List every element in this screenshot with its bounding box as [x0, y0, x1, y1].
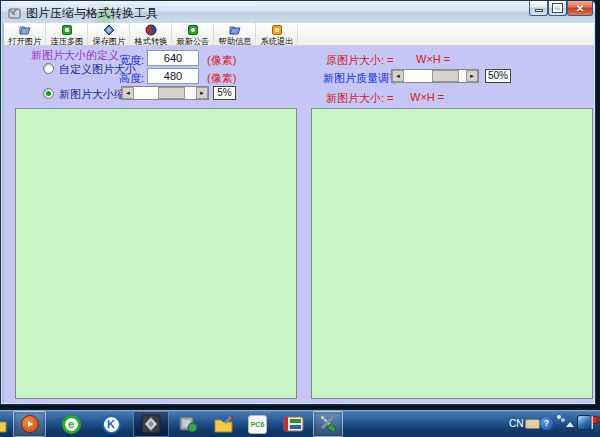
save-image-icon	[103, 24, 115, 36]
announcement-button[interactable]: 最新公告	[172, 23, 214, 46]
tray-expand-icon[interactable]	[566, 422, 574, 427]
new-size-value: W×H =	[410, 91, 444, 103]
k-circle-icon: K	[102, 415, 121, 434]
batch-compress-icon	[61, 24, 73, 36]
width-unit-label: (像素)	[207, 53, 236, 68]
batch-compress-button[interactable]: 连压多图	[46, 23, 88, 46]
toolbar-label: 系统退出	[260, 36, 293, 45]
height-input[interactable]	[147, 68, 199, 84]
taskbar-hardware-button[interactable]	[171, 411, 205, 437]
maximize-icon	[553, 4, 562, 12]
tray-blue-app-icon[interactable]	[577, 415, 592, 430]
exit-button[interactable]: 系统退出	[256, 23, 298, 46]
announcement-icon	[187, 24, 199, 36]
help-info-icon	[229, 24, 241, 36]
size-group-title: 新图片大小的定义	[31, 48, 119, 63]
scroll-right-arrow-icon[interactable]: ►	[196, 87, 208, 99]
help-info-button[interactable]: 帮助信息	[214, 23, 256, 46]
action-center-flag-icon[interactable]	[591, 415, 600, 429]
clipped-folder-icon	[0, 416, 7, 433]
toolbar-label: 连压多图	[50, 36, 83, 45]
taskbar-book-button[interactable]	[276, 411, 310, 437]
toolbar-label: 保存图片	[92, 36, 125, 45]
scale-slider-track[interactable]	[134, 87, 196, 99]
taskbar-browser-button[interactable]: e	[53, 411, 89, 437]
toolbar-label: 打开图片	[8, 36, 41, 45]
scale-slider-thumb[interactable]	[158, 87, 185, 99]
quality-slider[interactable]: ◄ ►	[391, 69, 479, 83]
close-icon: ✕	[576, 2, 584, 15]
media-play-icon	[21, 415, 39, 433]
browser-e-icon: e	[62, 415, 81, 434]
scale-ratio-radio[interactable]	[43, 88, 54, 99]
taskbar-k-app-button[interactable]: K	[93, 411, 129, 437]
custom-size-radio[interactable]	[43, 63, 54, 74]
open-image-button[interactable]: 打开图片	[4, 23, 46, 46]
keyboard-layout-icon[interactable]	[525, 419, 540, 429]
source-image-panel	[15, 108, 297, 399]
scroll-right-arrow-icon[interactable]: ►	[466, 70, 478, 82]
folder-pen-icon	[213, 414, 235, 434]
exit-icon	[271, 24, 283, 36]
language-indicator[interactable]: CN	[509, 418, 523, 429]
height-label: 高度:	[119, 71, 144, 86]
toolbar-label: 格式转换	[134, 36, 167, 45]
pc6-label: PC6	[251, 421, 265, 428]
taskbar-folder-pen-button[interactable]	[206, 411, 241, 437]
desktop: 图片压缩与格式转换工具 ✕ 打开图片	[0, 0, 600, 437]
quality-slider-track[interactable]	[404, 70, 466, 82]
height-unit-label: (像素)	[207, 71, 236, 86]
minimize-button[interactable]	[529, 1, 548, 16]
close-button[interactable]: ✕	[567, 1, 593, 16]
scroll-left-arrow-icon[interactable]: ◄	[122, 87, 134, 99]
scale-percent-box: 5%	[213, 86, 236, 100]
client-area: 新图片大小的定义 自定义图片大小 宽度: (像素) 高度: (像素) 新图片大小…	[4, 46, 594, 403]
tray-small-icon[interactable]	[556, 414, 566, 424]
format-convert-icon	[145, 24, 157, 36]
taskbar-active-app-button[interactable]	[133, 411, 169, 437]
toolbar-label: 最新公告	[176, 36, 209, 45]
scale-slider[interactable]: ◄ ►	[121, 86, 209, 100]
open-image-icon	[19, 24, 31, 36]
k-label: K	[107, 418, 115, 430]
taskbar: e K	[0, 409, 600, 437]
hardware-icon	[178, 414, 198, 434]
taskbar-pc6-button[interactable]: PC6	[241, 411, 274, 437]
pc6-icon: PC6	[248, 415, 267, 434]
diamond-app-icon	[141, 414, 161, 434]
browser-e-label: e	[68, 418, 74, 430]
taskbar-media-button[interactable]	[13, 411, 46, 437]
width-label: 宽度:	[119, 53, 144, 68]
width-input[interactable]	[147, 50, 199, 66]
toolbar: 打开图片 连压多图 保存图片	[4, 23, 594, 46]
scroll-left-arrow-icon[interactable]: ◄	[392, 70, 404, 82]
original-size-label: 原图片大小: =	[326, 53, 394, 68]
format-convert-button[interactable]: 格式转换	[130, 23, 172, 46]
result-image-panel	[311, 108, 593, 399]
book-icon	[283, 415, 304, 433]
titlebar[interactable]: 图片压缩与格式转换工具 ✕	[1, 1, 595, 23]
toolbar-label: 帮助信息	[218, 36, 251, 45]
taskbar-tools-button[interactable]	[313, 411, 343, 437]
app-icon	[8, 6, 21, 19]
new-size-label: 新图片大小: =	[326, 91, 394, 106]
window-title: 图片压缩与格式转换工具	[26, 5, 158, 22]
app-window: 图片压缩与格式转换工具 ✕ 打开图片	[0, 0, 596, 405]
tools-icon	[318, 414, 338, 434]
quality-percent-box: 50%	[485, 69, 511, 83]
tray-help-icon[interactable]: ?	[540, 417, 553, 430]
save-image-button[interactable]: 保存图片	[88, 23, 130, 46]
taskbar-clipped-folder-button[interactable]	[0, 411, 8, 437]
original-size-value: W×H =	[416, 53, 450, 65]
maximize-button[interactable]	[548, 1, 567, 16]
minimize-icon	[535, 9, 543, 12]
quality-slider-thumb[interactable]	[432, 70, 459, 82]
